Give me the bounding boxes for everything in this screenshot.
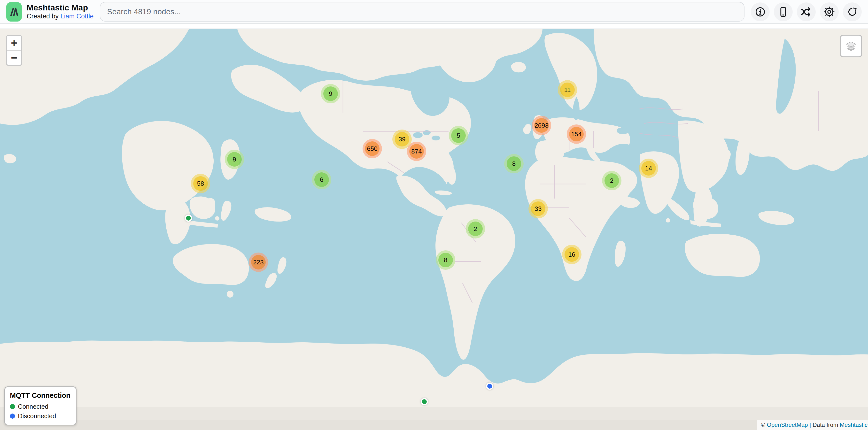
cluster-count: 5	[451, 128, 466, 143]
cluster-count: 11	[560, 82, 575, 97]
cluster-marker[interactable]: 5	[449, 126, 468, 145]
cluster-marker[interactable]: 8	[504, 154, 524, 173]
cluster-marker[interactable]: 223	[249, 253, 268, 272]
cluster-marker[interactable]: 14	[639, 159, 658, 178]
created-by-label: Created by	[27, 12, 59, 20]
cluster-count: 2693	[534, 118, 549, 133]
cluster-marker[interactable]: 650	[363, 139, 382, 158]
cluster-marker[interactable]: 154	[567, 125, 586, 144]
cluster-count: 874	[409, 144, 424, 159]
cluster-count: 2	[468, 222, 483, 236]
node-marker-connected[interactable]	[421, 398, 428, 405]
header-buttons	[751, 2, 862, 21]
cluster-count: 33	[531, 201, 546, 216]
cluster-count: 8	[438, 253, 453, 267]
cluster-count: 9	[227, 152, 242, 167]
cluster-marker[interactable]: 33	[528, 199, 548, 219]
copyright-symbol: ©	[761, 422, 765, 428]
cluster-count: 6	[314, 172, 329, 187]
cluster-count: 154	[569, 127, 584, 141]
map[interactable]: + − 589223696503987485283326931116154214…	[0, 29, 868, 430]
cluster-count: 39	[395, 132, 409, 146]
brand-text: Meshtastic Map Created by Liam Cottle	[27, 3, 93, 21]
cluster-count: 2	[604, 173, 619, 188]
cluster-marker[interactable]: 16	[562, 245, 582, 264]
author-link[interactable]: Liam Cottle	[61, 12, 94, 20]
layers-icon	[844, 38, 858, 54]
node-marker-connected[interactable]	[185, 214, 192, 222]
cluster-marker[interactable]: 9	[321, 84, 340, 103]
cluster-count: 8	[507, 156, 521, 171]
mqtt-legend: MQTT Connection Connected Disconnected	[4, 387, 76, 425]
zoom-control: + −	[6, 35, 22, 66]
shuffle-icon	[800, 6, 812, 18]
legend-label: Connected	[18, 403, 49, 410]
refresh-button[interactable]	[843, 2, 862, 21]
created-by: Created by Liam Cottle	[27, 12, 93, 21]
cluster-count: 9	[323, 87, 338, 101]
zoom-in-button[interactable]: +	[7, 36, 21, 51]
random-node-button[interactable]	[797, 2, 816, 21]
cluster-marker[interactable]: 874	[407, 142, 426, 161]
cluster-marker[interactable]: 2	[602, 171, 621, 190]
info-button[interactable]	[751, 2, 770, 21]
settings-icon	[824, 6, 835, 18]
cluster-marker[interactable]: 58	[191, 174, 210, 193]
cluster-marker[interactable]: 2693	[532, 116, 551, 135]
cluster-marker[interactable]: 11	[558, 80, 577, 100]
legend-item-connected: Connected	[10, 403, 70, 410]
legend-title: MQTT Connection	[10, 392, 70, 399]
osm-link[interactable]: OpenStreetMap	[767, 422, 808, 428]
mobile-icon	[777, 6, 789, 18]
cluster-marker[interactable]: 6	[312, 170, 331, 189]
mobile-app-button[interactable]	[774, 2, 793, 21]
connected-dot-icon	[10, 404, 15, 409]
zoom-out-button[interactable]: −	[7, 51, 21, 65]
attribution-middle: | Data from	[809, 422, 838, 428]
legend-item-disconnected: Disconnected	[10, 412, 70, 420]
cluster-count: 58	[193, 176, 208, 191]
page-title: Meshtastic Map	[27, 3, 93, 12]
search-input[interactable]	[100, 2, 744, 22]
disconnected-dot-icon	[10, 414, 15, 419]
cluster-count: 14	[641, 161, 656, 175]
brand: Meshtastic Map Created by Liam Cottle	[6, 2, 93, 22]
cluster-marker[interactable]: 9	[225, 150, 244, 169]
refresh-icon	[846, 6, 858, 18]
cluster-marker[interactable]: 8	[436, 250, 455, 270]
meshtastic-link[interactable]: Meshtastic	[840, 422, 868, 428]
cluster-count: 650	[365, 141, 379, 156]
header: Meshtastic Map Created by Liam Cottle	[0, 0, 868, 24]
cluster-marker[interactable]: 2	[466, 219, 485, 238]
world-basemap	[0, 29, 868, 430]
cluster-count: 16	[564, 247, 579, 262]
info-icon	[754, 6, 766, 18]
cluster-count: 223	[251, 255, 266, 269]
attribution: © OpenStreetMap | Data from Meshtastic	[757, 420, 868, 430]
meshtastic-logo-icon	[6, 2, 22, 22]
node-marker-disconnected[interactable]	[486, 383, 493, 390]
legend-label: Disconnected	[18, 412, 56, 420]
settings-button[interactable]	[820, 2, 839, 21]
layers-control[interactable]	[840, 35, 862, 57]
